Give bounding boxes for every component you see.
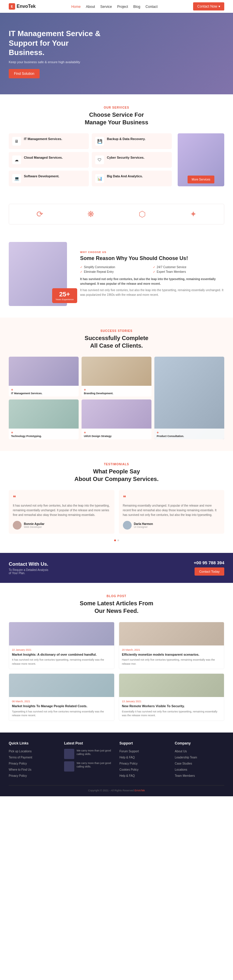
blog-img-3	[9, 674, 114, 697]
quote-icon-1: ❝	[13, 494, 110, 501]
footer-grid: Quick Links Pick up Locations Terms of P…	[9, 741, 224, 780]
portfolio-item-4[interactable]: + UI/UX Design Strategy	[81, 399, 152, 439]
blog-card-1[interactable]: 22 January 2021 Market Insights: A dicti…	[9, 622, 115, 669]
nav-contact[interactable]: Contact	[145, 5, 158, 9]
portfolio-grid: + IT Management Services. + Branding Dev…	[9, 356, 224, 439]
portfolio-title-2: Branding Development.	[84, 392, 149, 395]
blog-date-1: 22 January 2021	[12, 648, 111, 651]
service-title-bigdata: Big Data And Analytics.	[107, 174, 143, 178]
cta-subtitle: To Require a Detailed Analysisof Your Pl…	[9, 568, 48, 575]
support-title: Support	[120, 741, 169, 745]
portfolio-label-2: + Branding Development.	[81, 386, 152, 396]
blog-card-3[interactable]: 06 March, 2021 Market Insights To Manage…	[9, 673, 115, 721]
company-link-4[interactable]: Locations	[175, 768, 187, 771]
why-image-container: 25+ Years Experience	[9, 242, 73, 306]
service-card-cloud[interactable]: ☁ Cloud Managed Services.	[9, 152, 89, 168]
hero-content: IT Management Service & Support for Your…	[9, 29, 102, 78]
service-card-bigdata[interactable]: 📊 Big Data And Analytics.	[92, 170, 172, 186]
avatar-2	[123, 521, 132, 530]
blog-card-2[interactable]: 20 March, 2021 Efficiently monetize mode…	[119, 622, 225, 669]
portfolio-item-big[interactable]: + Product Consultation.	[154, 356, 224, 439]
more-services-button[interactable]: More Services	[188, 175, 214, 183]
blog-excerpt-2: Hasn't survived not only five centuries …	[122, 658, 221, 666]
quote-icon-2: ❝	[123, 494, 220, 501]
check-icon-4: ✓	[153, 270, 155, 274]
portfolio-title-big: Product Consultation.	[157, 435, 222, 438]
services-cards: 🖥 IT Management Services. 💾 Backup & Dat…	[9, 134, 172, 186]
service-card-backup[interactable]: 💾 Backup & Data Recovery.	[92, 134, 172, 149]
testimonial-text-2: Remaining essentially unchanged. It popu…	[123, 503, 220, 517]
services-title: Choose Service ForManage Your Business	[9, 111, 224, 126]
blog-excerpt-3: Typesetting it has survived not only fiv…	[12, 710, 111, 718]
blog-date-3: 06 March, 2021	[12, 700, 111, 703]
blog-title-4: New Remote Workers Visible To Security.	[122, 704, 221, 708]
blog-grid: 22 January 2021 Market Insights: A dicti…	[9, 622, 224, 721]
quick-link-1[interactable]: Pick up Locations	[9, 750, 32, 753]
support-link-1[interactable]: Forum Support	[120, 750, 139, 753]
support-link-2[interactable]: Help & FAQ	[120, 756, 135, 759]
nav-project[interactable]: Project	[117, 5, 128, 9]
nav-service[interactable]: Service	[100, 5, 112, 9]
partners-row: ⟳ ❋ ⬡ ✦	[9, 204, 224, 224]
cyber-icon: 🛡	[95, 156, 104, 164]
company-link-3[interactable]: Case Studies	[175, 762, 192, 765]
portfolio-label-4: + UI/UX Design Strategy	[81, 429, 152, 439]
cta-button[interactable]: Contact Today	[195, 568, 224, 576]
quick-link-3[interactable]: Privacy Policy	[9, 762, 27, 765]
plus-icon-1: +	[11, 388, 13, 392]
chevron-down-icon: ▾	[219, 4, 220, 8]
company-title: Company	[175, 741, 224, 745]
testimonial-author-1: Bonnie Aguilar Web Developer	[13, 521, 110, 530]
nav-home[interactable]: Home	[71, 5, 81, 9]
quick-link-2[interactable]: Terms of Payment	[9, 756, 32, 759]
find-solution-button[interactable]: Find Solution	[9, 69, 40, 78]
testimonial-dots	[9, 539, 224, 541]
plus-icon-big: +	[157, 431, 159, 435]
partners-section: ⟳ ❋ ⬡ ✦	[0, 198, 233, 230]
quick-link-5[interactable]: Privacy Policy	[9, 774, 27, 777]
why-tag: WHY CHOOSE US	[80, 251, 224, 254]
blog-content-4: 13 January 2021 New Remote Workers Visib…	[119, 697, 224, 720]
service-card-it[interactable]: 🖥 IT Management Services.	[9, 134, 89, 149]
portfolio-tag: SUCCESS STORIES	[9, 329, 224, 332]
nav-links: Home About Service Project Blog Contact	[71, 4, 158, 9]
footer-latest-post: Latest Post We carry more than just good…	[64, 741, 113, 780]
nav-blog[interactable]: Blog	[133, 5, 140, 9]
service-card-cyber[interactable]: 🛡 Cyber Security Services.	[92, 152, 172, 168]
logo: E EnvoTek	[9, 3, 36, 10]
feature-2: ✓ 24/7 Customer Service	[153, 266, 224, 269]
blog-section: BLOG POST Some Latest Articles FromOur N…	[0, 583, 233, 732]
support-link-3[interactable]: Privacy Policy	[120, 762, 137, 765]
hero-section: IT Management Service & Support for Your…	[0, 13, 233, 94]
portfolio-item-3[interactable]: + Technology Prototyping.	[9, 399, 79, 439]
service-card-software[interactable]: 💻 Software Development.	[9, 170, 89, 186]
support-link-5[interactable]: Help & FAQ	[120, 774, 135, 777]
dot-2[interactable]	[117, 539, 119, 541]
cta-content: Contact With Us. To Require a Detailed A…	[9, 561, 48, 575]
service-title-it: IT Management Services.	[24, 137, 62, 141]
support-link-4[interactable]: Cookies Policy	[120, 768, 139, 771]
nav-about[interactable]: About	[86, 5, 95, 9]
company-link-1[interactable]: About Us	[175, 750, 187, 753]
services-image: More Services	[178, 134, 224, 186]
service-title-backup: Backup & Data Recovery.	[107, 137, 145, 141]
years-label: Years Experience	[56, 298, 74, 301]
dot-1[interactable]	[114, 539, 116, 541]
portfolio-item-2[interactable]: + Branding Development.	[81, 356, 152, 396]
quick-link-4[interactable]: Where to Find Us	[9, 768, 32, 771]
contact-now-button[interactable]: Contact Now ▾	[193, 2, 224, 11]
post-thumb-1	[64, 749, 74, 759]
company-link-5[interactable]: Team Members	[175, 774, 195, 777]
avatar-1	[13, 521, 22, 530]
post-info-2: We carry more than just good calling ski…	[77, 761, 113, 772]
partner-icon-4: ✦	[190, 209, 196, 219]
footer: Quick Links Pick up Locations Terms of P…	[0, 732, 233, 796]
check-icon-3: ✓	[80, 270, 82, 274]
blog-card-4[interactable]: 13 January 2021 New Remote Workers Visib…	[119, 673, 225, 721]
hero-title: IT Management Service & Support for Your…	[9, 29, 102, 57]
years-number: 25+	[56, 291, 74, 298]
logo-icon: E	[9, 3, 15, 10]
company-link-2[interactable]: Leadership Team	[175, 756, 197, 759]
portfolio-item-1[interactable]: + IT Management Services.	[9, 356, 79, 396]
envotek-link[interactable]: EnVoTek	[134, 789, 145, 792]
